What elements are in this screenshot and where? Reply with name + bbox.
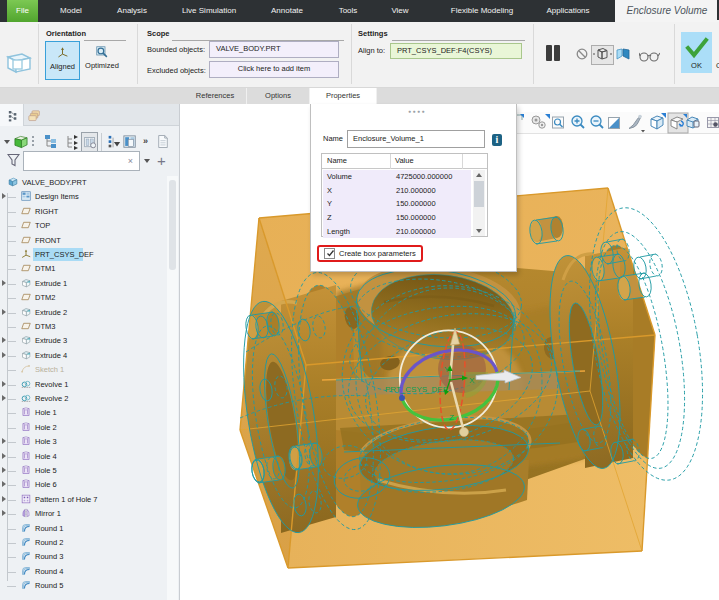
svg-text:Y: Y <box>444 365 450 374</box>
svg-text:Z: Z <box>449 413 454 422</box>
svg-text:PRT_CSYS_DEF: PRT_CSYS_DEF <box>385 385 448 394</box>
svg-text:X: X <box>469 376 475 385</box>
